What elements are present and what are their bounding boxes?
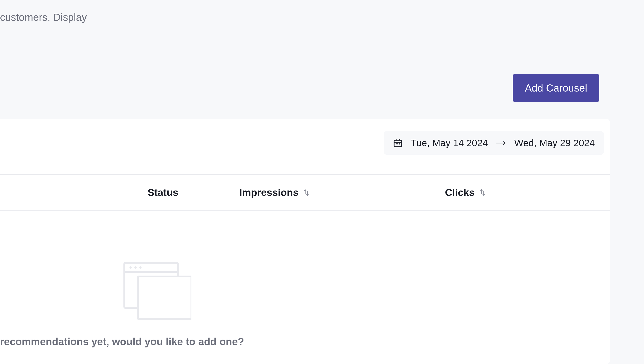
svg-point-6 bbox=[399, 143, 400, 144]
page-description-fragment: customers. Display bbox=[0, 11, 87, 23]
svg-point-15 bbox=[134, 266, 137, 269]
sort-icon bbox=[479, 189, 486, 197]
sort-icon bbox=[303, 189, 310, 197]
calendar-icon bbox=[393, 138, 403, 148]
date-range-picker[interactable]: Tue, May 14 2024 Wed, May 29 2024 bbox=[384, 131, 604, 155]
date-range-end: Wed, May 29 2024 bbox=[514, 137, 595, 148]
svg-rect-17 bbox=[138, 276, 192, 319]
content-panel: Tue, May 14 2024 Wed, May 29 2024 Status… bbox=[0, 119, 610, 364]
empty-state-windows-icon bbox=[120, 259, 192, 321]
empty-state: recommendations yet, would you like to a… bbox=[0, 259, 244, 348]
column-header-clicks-label: Clicks bbox=[445, 187, 475, 198]
empty-state-message: recommendations yet, would you like to a… bbox=[0, 335, 244, 348]
svg-point-5 bbox=[398, 143, 398, 144]
table-header-row: Status Impressions Clicks bbox=[0, 174, 610, 211]
svg-point-14 bbox=[130, 266, 132, 269]
date-range-start: Tue, May 14 2024 bbox=[411, 137, 488, 148]
svg-point-4 bbox=[396, 143, 396, 144]
svg-point-16 bbox=[139, 266, 142, 269]
column-header-clicks[interactable]: Clicks bbox=[445, 187, 486, 198]
column-header-status[interactable]: Status bbox=[148, 187, 178, 198]
add-carousel-button[interactable]: Add Carousel bbox=[513, 74, 599, 102]
column-header-impressions[interactable]: Impressions bbox=[239, 187, 310, 198]
column-header-impressions-label: Impressions bbox=[239, 187, 298, 198]
arrow-right-icon bbox=[496, 141, 506, 145]
